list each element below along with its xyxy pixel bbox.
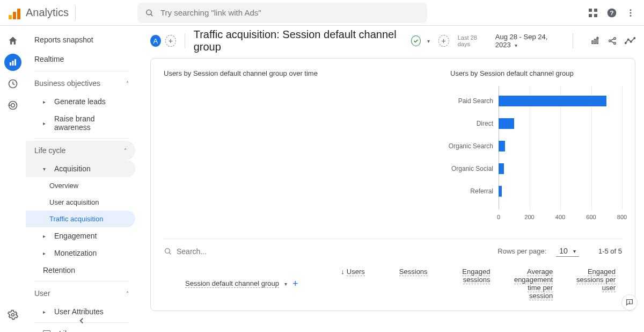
svg-rect-3 xyxy=(594,9,597,12)
apps-icon[interactable] xyxy=(588,8,598,18)
audience-badge[interactable]: A xyxy=(150,35,161,47)
sidebar-item-overview[interactable]: Overview xyxy=(26,177,137,194)
sidebar-item-raise-awareness[interactable]: Raise brand awareness xyxy=(26,110,137,136)
sidebar-section-life-cycle[interactable]: Life cycle ˄ xyxy=(26,141,135,160)
divider xyxy=(34,138,129,139)
add-comparison-button[interactable]: + xyxy=(165,35,176,47)
main-content: A + Traffic acquisition: Session default… xyxy=(137,26,644,332)
column-users[interactable]: ↓Users xyxy=(309,268,371,300)
rows-per-page-value: 10 xyxy=(559,247,568,255)
svg-point-28 xyxy=(627,39,629,40)
x-tick: 0 xyxy=(497,214,500,220)
svg-rect-4 xyxy=(589,14,592,17)
sidebar-item-acquisition[interactable]: Acquisition xyxy=(26,160,135,177)
chevron-up-icon: ˄ xyxy=(126,81,129,86)
rail-explore-icon[interactable] xyxy=(4,75,21,92)
x-tick: 800 xyxy=(617,214,627,220)
bar-label: Referral xyxy=(470,187,499,195)
bar-fill[interactable] xyxy=(499,141,505,151)
svg-line-26 xyxy=(611,41,614,43)
line-chart-title: Users by Session default channel group o… xyxy=(164,69,429,77)
bar-row: Organic Social xyxy=(499,163,622,174)
bar-fill[interactable] xyxy=(499,186,502,197)
page-title: Traffic acquisition: Session default cha… xyxy=(194,28,404,53)
table-search[interactable] xyxy=(164,247,491,256)
date-range-value: Aug 28 - Sep 24, 2023 xyxy=(495,33,548,49)
rail-home-icon[interactable] xyxy=(4,32,21,49)
sidebar-item-generate-leads[interactable]: Generate leads xyxy=(26,93,137,110)
section-label: User xyxy=(34,289,50,298)
divider xyxy=(75,5,76,20)
column-sessions[interactable]: Sessions xyxy=(371,268,434,300)
add-dimension-button[interactable]: + xyxy=(292,278,298,290)
svg-rect-12 xyxy=(12,61,14,66)
divider xyxy=(34,281,129,282)
bar-fill[interactable] xyxy=(499,96,606,106)
chevron-down-icon: ▾ xyxy=(284,281,287,287)
line-chart-placeholder xyxy=(164,86,429,226)
bar-row: Organic Search xyxy=(499,141,622,151)
search-icon xyxy=(164,247,172,256)
bar-chart-panel: Users by Session default channel group P… xyxy=(450,69,622,226)
sidebar-item-monetization[interactable]: Monetization xyxy=(26,244,137,262)
svg-point-9 xyxy=(630,12,632,13)
sidebar-item-traffic-acquisition[interactable]: Traffic acquisition xyxy=(26,211,135,227)
sidebar-item-retention[interactable]: Retention xyxy=(26,262,137,279)
sidebar-section-business-objectives[interactable]: Business objectives ˄ xyxy=(26,74,137,93)
x-tick: 200 xyxy=(524,214,534,220)
column-engaged-sessions-per-user[interactable]: Engaged sessions per user xyxy=(559,268,622,300)
search-input[interactable] xyxy=(160,8,420,17)
bar-label: Direct xyxy=(477,120,499,127)
title-dropdown-caret-icon[interactable]: ▾ xyxy=(427,38,430,44)
svg-point-30 xyxy=(634,38,635,39)
svg-point-29 xyxy=(630,41,632,42)
svg-rect-2 xyxy=(589,9,592,12)
collapse-sidebar-button[interactable] xyxy=(72,312,91,330)
date-range-picker[interactable]: Aug 28 - Sep 24, 2023 ▾ xyxy=(495,33,564,49)
top-bar: Analytics ? xyxy=(0,0,644,26)
sidebar-item-reports-snapshot[interactable]: Reports snapshot xyxy=(26,30,137,49)
share-icon[interactable] xyxy=(608,36,617,46)
sidebar-item-realtime[interactable]: Realtime xyxy=(26,49,137,69)
add-button[interactable]: + xyxy=(438,35,449,47)
column-engaged-sessions[interactable]: Engaged sessions xyxy=(434,268,497,300)
bar-fill[interactable] xyxy=(499,163,504,174)
table-toolbar: Rows per page: 10 ▾ 1-5 of 5 xyxy=(164,239,622,257)
edit-comparisons-icon[interactable] xyxy=(590,36,600,46)
table-search-input[interactable] xyxy=(177,247,284,256)
dimension-label: Session default channel group xyxy=(185,279,279,288)
search-box[interactable] xyxy=(137,3,427,23)
svg-rect-13 xyxy=(14,59,16,66)
analytics-logo-icon xyxy=(9,6,21,19)
dimension-column-header[interactable]: Session default channel group ▾ + xyxy=(164,268,309,300)
svg-point-18 xyxy=(12,314,14,316)
svg-line-25 xyxy=(611,39,614,40)
rows-per-page-select[interactable]: 10 ▾ xyxy=(556,246,579,257)
svg-point-0 xyxy=(147,10,151,15)
feedback-button[interactable] xyxy=(621,294,638,311)
report-card: Users by Session default channel group o… xyxy=(150,58,635,311)
rail-reports-icon[interactable] xyxy=(4,54,21,71)
chevron-up-icon: ˄ xyxy=(124,148,127,154)
sidebar-section-user[interactable]: User ˄ xyxy=(26,284,137,303)
svg-point-27 xyxy=(625,42,626,44)
section-label: Business objectives xyxy=(34,79,100,88)
sidebar-item-user-acquisition[interactable]: User acquisition xyxy=(26,194,137,211)
bar-row: Direct xyxy=(499,118,622,129)
verified-check-icon[interactable] xyxy=(411,35,421,46)
divider xyxy=(34,71,129,71)
column-avg-engagement-time[interactable]: Average engagement time per session xyxy=(496,268,559,300)
bar-chart-title: Users by Session default channel group xyxy=(450,69,622,77)
rail-advertising-icon[interactable] xyxy=(4,97,21,114)
help-icon[interactable]: ? xyxy=(606,8,617,18)
insights-icon[interactable] xyxy=(625,37,635,45)
bar-fill[interactable] xyxy=(499,118,514,129)
logo-area: Analytics xyxy=(9,5,137,20)
sidebar-item-engagement[interactable]: Engagement xyxy=(26,227,137,244)
page-header: A + Traffic acquisition: Session default… xyxy=(150,26,635,56)
bar-label: Organic Social xyxy=(451,165,499,172)
svg-point-34 xyxy=(629,302,630,303)
svg-rect-5 xyxy=(594,14,597,17)
more-vert-icon[interactable] xyxy=(626,8,635,18)
rail-admin-icon[interactable] xyxy=(4,306,21,323)
